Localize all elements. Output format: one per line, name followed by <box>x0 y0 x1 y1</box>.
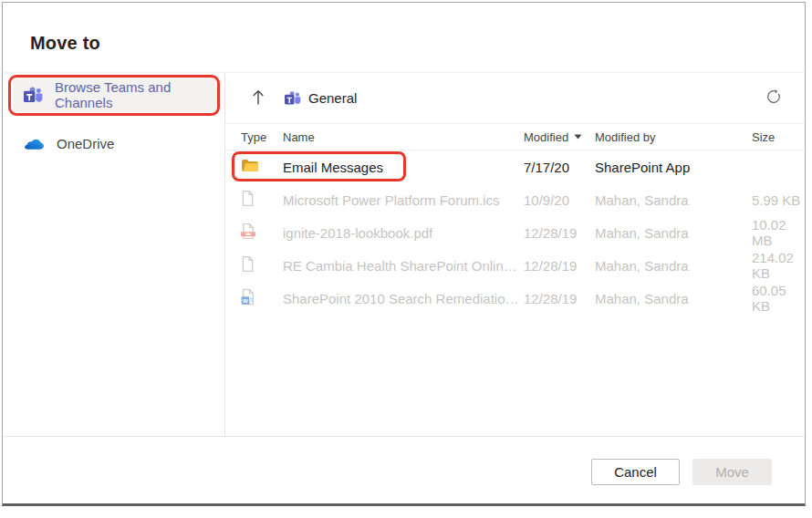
move-button[interactable]: Move <box>692 459 772 485</box>
file-browser: General Type Name Modified <box>225 73 805 436</box>
file-modified-by: SharePoint App <box>595 160 752 175</box>
file-modified: 12/28/19 <box>524 225 595 241</box>
dialog-footer: Cancel Move <box>3 436 805 506</box>
file-size: 214.02 KB <box>752 250 805 281</box>
column-header-modified-label: Modified <box>524 130 568 144</box>
file-modified-by: Mahan, Sandra <box>595 225 752 241</box>
file-row[interactable]: Email Messages 7/17/20 SharePoint App <box>225 150 805 183</box>
file-generic-icon <box>241 255 255 275</box>
file-row[interactable]: Microsoft Power Platform Forum.ics 10/9/… <box>225 183 805 216</box>
toolbar: General <box>225 73 805 124</box>
cancel-button[interactable]: Cancel <box>591 459 680 485</box>
file-modified-by: Mahan, Sandra <box>595 291 752 306</box>
file-size: 60.05 KB <box>752 283 805 314</box>
file-modified: 10/9/20 <box>524 192 595 208</box>
file-name: Microsoft Power Platform Forum.ics <box>283 192 524 208</box>
refresh-icon <box>765 88 783 109</box>
onedrive-icon <box>23 137 45 150</box>
sort-desc-icon <box>574 134 582 140</box>
file-modified: 12/28/19 <box>524 291 595 306</box>
file-word-icon: W <box>241 288 255 308</box>
table-header: Type Name Modified Modified by Size <box>225 124 805 150</box>
file-size: 10.02 MB <box>752 217 805 248</box>
file-name: Email Messages <box>283 160 524 175</box>
file-row[interactable]: W SharePoint 2010 Search Remediation... … <box>225 282 805 315</box>
column-header-modified-by[interactable]: Modified by <box>595 130 752 144</box>
column-header-type[interactable]: Type <box>241 130 283 144</box>
sidebar-item-browse-teams[interactable]: Browse Teams and Channels <box>13 78 216 112</box>
file-row[interactable]: RE Cambia Health SharePoint Online ... 1… <box>225 249 805 282</box>
folder-icon <box>241 159 258 175</box>
file-modified-by: Mahan, Sandra <box>595 258 752 274</box>
column-header-name[interactable]: Name <box>283 130 524 144</box>
file-modified: 12/28/19 <box>524 258 595 274</box>
sidebar-item-label: Browse Teams and Channels <box>55 79 216 110</box>
sidebar-item-label: OneDrive <box>57 136 114 151</box>
breadcrumb[interactable]: General <box>284 90 357 106</box>
column-header-modified[interactable]: Modified <box>524 130 595 144</box>
file-modified-by: Mahan, Sandra <box>595 192 752 208</box>
breadcrumb-location: General <box>308 90 357 106</box>
file-list: Email Messages 7/17/20 SharePoint App Mi… <box>225 150 805 315</box>
dialog-title: Move to <box>30 33 100 54</box>
file-size: 5.99 KB <box>752 192 805 208</box>
sidebar: Browse Teams and Channels OneDrive <box>3 73 225 436</box>
move-to-dialog: Move to Browse Teams and Channels <box>2 2 806 506</box>
sidebar-item-onedrive[interactable]: OneDrive <box>13 128 216 159</box>
file-generic-icon <box>241 190 255 210</box>
file-name: RE Cambia Health SharePoint Online ... <box>283 258 524 274</box>
column-header-size[interactable]: Size <box>752 130 805 144</box>
svg-text:W: W <box>243 297 248 304</box>
dialog-header: Move to <box>3 3 805 73</box>
teams-icon <box>284 90 301 106</box>
file-modified: 7/17/20 <box>524 160 595 175</box>
up-button[interactable] <box>247 85 269 111</box>
file-name: ignite-2018-lookbook.pdf <box>283 225 524 241</box>
file-pdf-icon <box>241 223 255 243</box>
file-name: SharePoint 2010 Search Remediation... <box>283 291 524 306</box>
refresh-button[interactable] <box>763 86 785 110</box>
up-arrow-icon <box>249 87 267 109</box>
teams-icon <box>23 86 43 104</box>
file-row[interactable]: ignite-2018-lookbook.pdf 12/28/19 Mahan,… <box>225 216 805 249</box>
